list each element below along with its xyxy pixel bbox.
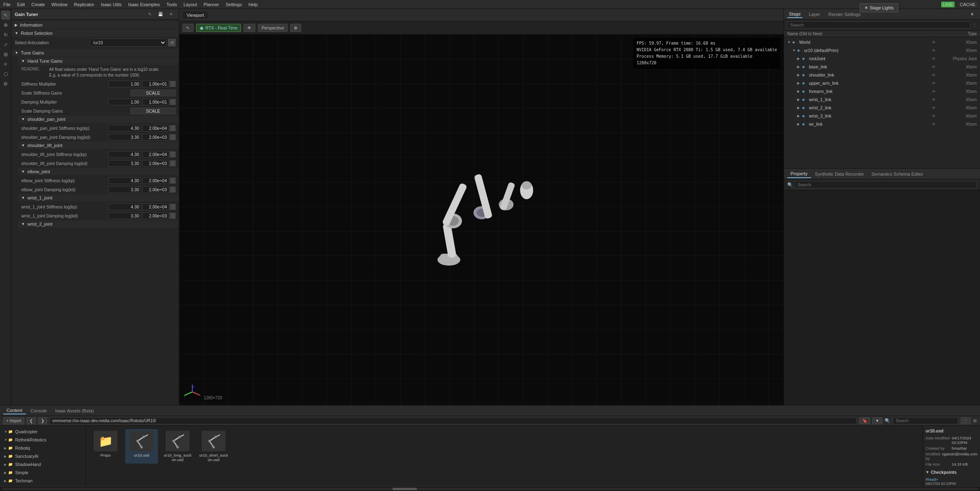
tab-semantics[interactable]: Semantics Schema Editor	[868, 170, 926, 178]
spj-damping-input[interactable]	[108, 134, 141, 140]
history-btn[interactable]: ▼	[872, 417, 882, 424]
menu-help[interactable]: Help	[248, 2, 258, 7]
tree-item[interactable]: ▼ ◈ World 👁 Xform	[784, 38, 980, 46]
scale-damping-input[interactable]	[131, 108, 176, 114]
tab-content[interactable]: Content	[3, 407, 26, 414]
visibility-icon[interactable]: 👁	[932, 73, 936, 77]
damping-multiplier-input[interactable]	[108, 99, 141, 105]
tree-expand-arrow[interactable]: ▶	[797, 122, 802, 126]
w1j-damping-menu[interactable]: ⋮	[170, 213, 176, 219]
camera-settings-btn[interactable]: ⊕	[290, 24, 301, 32]
file-tree-item[interactable]: ▶ 📁 SanctuaryAI	[0, 452, 86, 460]
menu-tools[interactable]: Tools	[167, 2, 177, 7]
move-icon[interactable]: ⊕	[1, 20, 10, 29]
tab-layer[interactable]: Layer	[807, 11, 822, 18]
close-icon[interactable]: ✕	[167, 10, 176, 19]
menu-file[interactable]: File	[3, 2, 11, 7]
physics-icon[interactable]: ⚛	[1, 60, 10, 69]
tree-item[interactable]: ▶ ◈ wrist_2_link 👁 Xform	[784, 104, 980, 112]
viewport-canvas[interactable]: FPS: 59.97, Frame time: 16.68 ms NVIDIA …	[179, 34, 784, 405]
cursor-icon[interactable]: ↖	[1, 11, 10, 20]
tab-synthetic-data[interactable]: Synthetic Data Recorder	[812, 170, 867, 178]
file-tree-item[interactable]: ▶ 📁 Simple	[0, 468, 86, 477]
slj-damping-input[interactable]	[108, 160, 141, 167]
slj-damping-menu[interactable]: ⋮	[170, 161, 176, 166]
file-search-input[interactable]	[893, 417, 958, 424]
file-tree-item[interactable]: ▶ 📁 Robotiq	[0, 444, 86, 452]
viewport-tab[interactable]: Viewport	[182, 11, 208, 19]
shoulder-lift-joint-section[interactable]: ▼ shoulder_lift_joint	[18, 142, 179, 149]
rtx-btn[interactable]: ◉ RTX - Real-Time	[196, 24, 241, 32]
camera-icon-btn[interactable]: 👁	[243, 24, 255, 32]
tree-expand-arrow[interactable]: ▶	[797, 106, 802, 110]
file-item[interactable]: 📁 Props	[89, 429, 122, 464]
slj-stiffness-input[interactable]	[108, 151, 141, 158]
w1j-damping-extra[interactable]	[142, 213, 169, 219]
visibility-icon[interactable]: 👁	[932, 97, 936, 102]
information-section[interactable]: ▶ Information	[11, 21, 179, 29]
tab-isaac-assets[interactable]: Isaac Assets (Beta)	[52, 407, 97, 414]
visibility-icon[interactable]: 👁	[932, 81, 936, 86]
ej-stiffness-input[interactable]	[108, 177, 141, 184]
menu-window[interactable]: Window	[52, 2, 68, 7]
file-item[interactable]: ur10_long_suction.usd	[161, 429, 194, 464]
graph-icon[interactable]: ⬡	[1, 70, 10, 79]
tree-expand-arrow[interactable]: ▶	[797, 97, 802, 102]
visibility-icon[interactable]: 👁	[932, 65, 936, 69]
stage-filter-icon[interactable]: ▼	[968, 10, 977, 19]
scale-icon[interactable]: ⤢	[1, 40, 10, 49]
import-btn[interactable]: + Import	[3, 417, 24, 424]
file-tree-item[interactable]: ▶ 📁 ShadowHand	[0, 460, 86, 468]
save-icon[interactable]: 💾	[156, 10, 165, 19]
slj-stiffness-menu[interactable]: ⋮	[170, 152, 176, 157]
w1j-stiffness-extra[interactable]	[142, 204, 169, 210]
scrollbar-horizontal[interactable]	[0, 486, 980, 491]
tree-item[interactable]: ▶ ◈ wrist_3_link 👁 Xform	[784, 112, 980, 120]
menu-create[interactable]: Create	[32, 2, 45, 7]
perspective-btn[interactable]: Perspective	[258, 24, 288, 32]
menu-planner[interactable]: Planner	[204, 2, 219, 7]
wrist1-joint-section[interactable]: ▼ wrist_1_joint	[18, 194, 179, 201]
tree-expand-arrow[interactable]: ▶	[797, 81, 802, 85]
visibility-icon[interactable]: 👁	[932, 89, 936, 94]
visibility-icon[interactable]: 👁	[932, 48, 936, 53]
edit-icon[interactable]: ✎	[145, 10, 154, 19]
checkpoint-item[interactable]: #head> 04/17/24 02:22PM rgasoto@nvidia.c…	[926, 476, 978, 486]
articulation-refresh-btn[interactable]: ↺	[168, 39, 176, 46]
scale-stiffness-input[interactable]	[131, 90, 176, 96]
shoulder-pan-joint-section[interactable]: ▼ shoulder_pan_joint	[18, 115, 179, 123]
scrollbar-thumb[interactable]	[392, 488, 417, 490]
tree-expand-arrow[interactable]: ▼	[792, 48, 797, 52]
spj-stiffness-menu[interactable]: ⋮	[170, 125, 176, 131]
menu-layout[interactable]: Layout	[183, 2, 197, 7]
ej-damping-menu[interactable]: ⋮	[170, 187, 176, 192]
damping-multiplier-menu[interactable]: ⋮	[170, 99, 176, 105]
menu-isaac-examples[interactable]: Isaac Examples	[128, 2, 160, 7]
ej-stiffness-extra[interactable]	[142, 177, 169, 184]
ej-damping-input[interactable]	[108, 186, 141, 193]
tree-item[interactable]: ▶ ◈ wrist_1_link 👁 Xform	[784, 95, 980, 104]
visibility-icon[interactable]: 👁	[932, 106, 936, 110]
spj-damping-extra[interactable]	[142, 134, 169, 140]
ej-damping-extra[interactable]	[142, 186, 169, 193]
tree-item[interactable]: ▶ ◈ rootJoint 👁 Physics Joint	[784, 54, 980, 63]
tree-expand-arrow[interactable]: ▶	[797, 73, 802, 77]
tree-expand-arrow[interactable]: ▶	[797, 114, 802, 118]
w1j-damping-input[interactable]	[108, 213, 141, 219]
tree-item[interactable]: ▼ ◈ ur10 (defaultPrim) 👁 Xform	[784, 46, 980, 54]
tab-property[interactable]: Property	[787, 170, 811, 178]
spj-stiffness-extra[interactable]	[142, 125, 169, 131]
file-item[interactable]: ur10_short_suction.usd	[197, 429, 230, 464]
hand-tune-gains-section[interactable]: ▼ Hand Tune Gains	[18, 57, 179, 65]
grid-view-icon[interactable]: ⊞	[973, 418, 977, 423]
w1j-stiffness-menu[interactable]: ⋮	[170, 204, 176, 210]
tree-expand-arrow[interactable]: ▶	[797, 65, 802, 69]
select-tool-btn[interactable]: ↖	[182, 24, 194, 32]
w1j-stiffness-input[interactable]	[108, 204, 141, 210]
spj-stiffness-input[interactable]	[108, 125, 141, 131]
tree-expand-arrow[interactable]: ▼	[787, 40, 792, 44]
tree-expand-arrow[interactable]: ▶	[797, 89, 802, 93]
visibility-icon[interactable]: 👁	[932, 40, 936, 45]
layers-icon[interactable]: ⊞	[1, 50, 10, 59]
articulation-select[interactable]: /ur10	[90, 38, 167, 47]
